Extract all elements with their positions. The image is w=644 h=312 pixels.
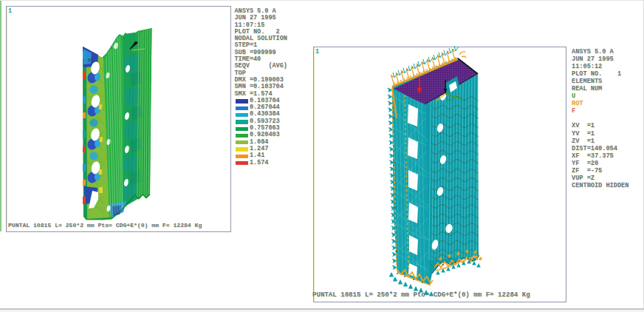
svg-text:MX: MX: [88, 58, 94, 64]
